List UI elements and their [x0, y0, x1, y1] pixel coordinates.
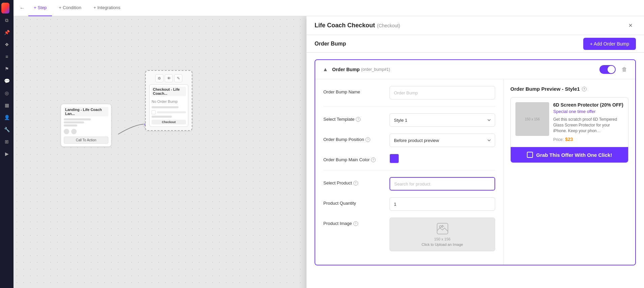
preview-product: 150 x 156 6D Screen Protector (20% OFF) …	[511, 97, 628, 147]
position-row: Order Bump Position ? Before product pre…	[323, 134, 495, 147]
tab-step[interactable]: + Step	[28, 0, 52, 16]
image-size-text: 150 x 156	[434, 237, 450, 241]
upload-text: Click to Upload an Image	[422, 242, 463, 247]
product-image-upload[interactable]: 150 x 156 Click to Upload an Image	[390, 218, 495, 251]
collapse-button[interactable]: ▲	[321, 65, 329, 74]
image-label: Product Image ?	[323, 218, 384, 226]
sidebar: ⧉ 📌 ❖ ≡ ⚑ 💬 ◎ ▦ 👤 🔧 ⊞ ▶	[0, 0, 14, 288]
sidebar-icon-layers[interactable]: ⧉	[1, 15, 12, 26]
svg-rect-1	[437, 223, 448, 234]
quantity-row: Product Quantity	[323, 197, 495, 211]
preview-offer-text: Special one time offer	[553, 109, 623, 114]
panel-close-button[interactable]: ×	[625, 20, 636, 31]
order-bump-card-title: Order Bump	[332, 67, 360, 72]
sidebar-icon-list[interactable]: ≡	[1, 51, 12, 62]
product-row: Select Product ?	[323, 177, 495, 191]
checkout-inner: Checkout - Life Coach... No Order Bump C…	[149, 84, 188, 127]
template-select[interactable]: Style 1	[390, 113, 495, 127]
divider-2	[323, 170, 495, 170]
sidebar-icon-shapes[interactable]: ❖	[1, 39, 12, 50]
template-label: Select Template ?	[323, 113, 384, 122]
card-header-right: 🗑	[599, 65, 629, 74]
preview-details: 6D Screen Protector (20% OFF) Special on…	[553, 102, 623, 142]
edit-tool-btn[interactable]: ✎	[174, 74, 182, 82]
sidebar-icon-pin[interactable]: 📌	[1, 27, 12, 38]
sidebar-icon-puzzle[interactable]: ⊞	[1, 136, 12, 147]
panel-title: Life Coach Checkout	[315, 22, 375, 29]
color-label: Order Bump Main Color ?	[323, 154, 384, 162]
preview-tool-btn[interactable]: 👁	[165, 74, 173, 82]
sidebar-icon-user[interactable]: 👤	[1, 112, 12, 123]
checkbox-bar	[157, 111, 186, 113]
quantity-label: Product Quantity	[323, 197, 384, 206]
product-help-icon[interactable]: ?	[353, 181, 358, 185]
step-plus-icon: +	[34, 5, 36, 10]
preview-help-icon[interactable]: ?	[582, 87, 587, 91]
checkout-node-header: Checkout - Life Coach...	[152, 87, 186, 96]
order-bump-toggle[interactable]	[599, 65, 616, 74]
position-label: Order Bump Position ?	[323, 134, 384, 142]
image-help-icon[interactable]: ?	[353, 221, 358, 226]
landing-node[interactable]: Landing - Life Coach Lan... Call To Acti…	[61, 104, 111, 147]
quantity-input[interactable]	[390, 197, 495, 211]
order-bump-body: Order Bump Name Select Template ?	[315, 79, 635, 265]
color-help-icon[interactable]: ?	[371, 157, 376, 162]
position-help-icon[interactable]: ?	[366, 137, 370, 142]
color-swatch[interactable]	[390, 154, 399, 163]
node-bar-2	[64, 121, 84, 123]
add-order-bump-button[interactable]: + Add Order Bump	[583, 38, 636, 50]
grab-checkbox	[527, 152, 533, 158]
checkbox-icon	[152, 110, 156, 114]
panel-subtitle: (Checkout)	[377, 23, 400, 28]
node-bar-1	[64, 118, 91, 120]
sidebar-icon-chart[interactable]: ▦	[1, 100, 12, 111]
preview-card: 150 x 156 6D Screen Protector (20% OFF) …	[510, 97, 628, 163]
order-bump-name-input[interactable]	[390, 86, 495, 99]
right-panel: Life Coach Checkout (Checkout) × Order B…	[306, 16, 644, 288]
no-order-bump: No Order Bump	[152, 98, 186, 105]
back-button[interactable]: ←	[18, 3, 27, 13]
sidebar-icon-flag[interactable]: ⚑	[1, 63, 12, 74]
preview-description: Get this scratch proof 6D Tempered Glass…	[553, 117, 623, 134]
panel-body[interactable]: ▲ Order Bump (order_bump#1) 🗑	[306, 53, 644, 288]
color-row: Order Bump Main Color ?	[323, 154, 495, 163]
preview-title: Order Bump Preview - Style1 ?	[510, 86, 628, 92]
grab-offer-button[interactable]: Grab This Offer With One Click!	[511, 147, 628, 163]
divider-1	[323, 106, 495, 107]
order-bump-section-title: Order Bump	[315, 41, 346, 47]
preview-price: $23	[565, 137, 573, 142]
sidebar-icon-wrench[interactable]: 🔧	[1, 124, 12, 135]
template-row: Select Template ? Style 1	[323, 113, 495, 127]
checkout-bar-2	[152, 116, 172, 118]
image-size-label	[436, 223, 449, 236]
product-search-input[interactable]	[390, 177, 495, 191]
top-nav: ← + Step + Condition + Integrations	[14, 0, 644, 16]
position-select[interactable]: Before product preview	[390, 134, 495, 147]
integrations-plus-icon: +	[93, 5, 96, 10]
form-section: Order Bump Name Select Template ?	[315, 79, 504, 265]
tab-integrations[interactable]: + Integrations	[88, 0, 126, 16]
sidebar-logo[interactable]	[1, 3, 12, 13]
main-area: ← + Step + Condition + Integrations Land…	[14, 0, 644, 288]
product-label: Select Product ?	[323, 177, 384, 185]
cta-button[interactable]: Call To Action	[64, 137, 108, 144]
node-bar-3	[64, 124, 77, 126]
settings-tool-btn[interactable]: ⚙	[155, 74, 163, 82]
order-bump-card-id: (order_bump#1)	[361, 67, 390, 72]
node-circle-2	[71, 129, 77, 134]
panel-subheader: Order Bump + Add Order Bump	[306, 35, 644, 53]
landing-node-header: Landing - Life Coach Lan...	[64, 107, 108, 116]
sidebar-icon-play[interactable]: ▶	[1, 148, 12, 159]
sidebar-icon-coin[interactable]: ◎	[1, 88, 12, 98]
panel-header: Life Coach Checkout (Checkout) ×	[306, 16, 644, 35]
template-help-icon[interactable]: ?	[356, 117, 360, 122]
tab-condition[interactable]: + Condition	[53, 0, 87, 16]
checkout-node[interactable]: ⚙ 👁 ✎ Checkout - Life Coach... No Order …	[145, 70, 192, 131]
canvas-area[interactable]: Landing - Life Coach Lan... Call To Acti…	[14, 16, 644, 288]
sidebar-icon-comment[interactable]: 💬	[1, 76, 12, 86]
preview-price-label: Price:	[553, 137, 564, 142]
order-bump-card: ▲ Order Bump (order_bump#1) 🗑	[315, 59, 636, 265]
order-bump-delete-button[interactable]: 🗑	[620, 65, 629, 74]
node-circle-1	[64, 129, 69, 134]
condition-plus-icon: +	[59, 5, 61, 10]
